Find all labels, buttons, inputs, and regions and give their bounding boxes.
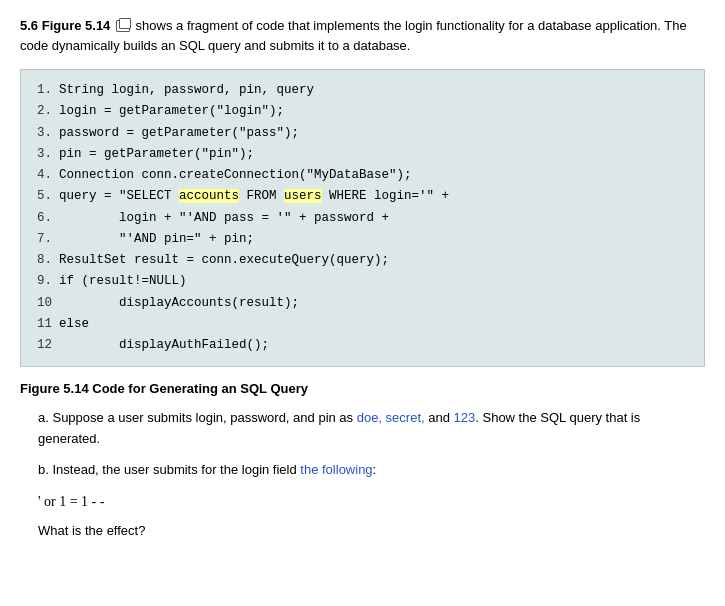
figure-ref: Figure 5.14: [42, 18, 111, 33]
intro-paragraph: 5.6 Figure 5.14 shows a fragment of code…: [20, 16, 705, 55]
code-line-8: 8. ResultSet result = conn.executeQuery(…: [37, 250, 688, 271]
question-b-text: Instead, the user submits for the login …: [52, 462, 376, 477]
code-line-9: 9. if (result!=NULL): [37, 271, 688, 292]
line-number: 3.: [37, 144, 55, 165]
question-b: b. Instead, the user submits for the log…: [20, 460, 705, 481]
code-line-3a: 3. password = getParameter("pass");: [37, 123, 688, 144]
code-line-3b: 3. pin = getParameter("pin");: [37, 144, 688, 165]
math-text: ' or 1 = 1 - -: [38, 494, 104, 509]
code-line-1: 1. String login, password, pin, query: [37, 80, 688, 101]
line-number: 3.: [37, 123, 55, 144]
code-content: Connection conn.createConnection("MyData…: [59, 165, 412, 186]
code-block: 1. String login, password, pin, query 2.…: [20, 69, 705, 367]
question-a-label: a.: [38, 410, 52, 425]
code-line-5: 5. query = "SELECT accounts FROM users W…: [37, 186, 688, 207]
code-line-7: 7. "'AND pin=" + pin;: [37, 229, 688, 250]
line-number: 6.: [37, 208, 55, 229]
code-content: login + "'AND pass = '" + password +: [59, 208, 389, 229]
code-content: login = getParameter("login");: [59, 101, 284, 122]
code-content: displayAuthFailed();: [59, 335, 269, 356]
code-content: displayAccounts(result);: [59, 293, 299, 314]
highlight-users: users: [284, 189, 322, 203]
line-number: 5.: [37, 186, 55, 207]
code-content: else: [59, 314, 89, 335]
highlight-accounts: accounts: [179, 189, 239, 203]
line-number: 2.: [37, 101, 55, 122]
code-line-10: 10 displayAccounts(result);: [37, 293, 688, 314]
code-line-11: 11 else: [37, 314, 688, 335]
line-number: 10: [37, 293, 55, 314]
code-line-4: 4. Connection conn.createConnection("MyD…: [37, 165, 688, 186]
what-effect-text: What is the effect?: [38, 521, 705, 542]
line-number: 7.: [37, 229, 55, 250]
line-number: 9.: [37, 271, 55, 292]
code-content: if (result!=NULL): [59, 271, 187, 292]
math-expression: ' or 1 = 1 - -: [38, 491, 705, 513]
line-number: 1.: [37, 80, 55, 101]
copy-icon[interactable]: [116, 20, 130, 32]
code-line-6: 6. login + "'AND pass = '" + password +: [37, 208, 688, 229]
code-content: "'AND pin=" + pin;: [59, 229, 254, 250]
section-number: 5.6: [20, 18, 38, 33]
code-content: query = "SELECT accounts FROM users WHER…: [59, 186, 449, 207]
code-content: String login, password, pin, query: [59, 80, 314, 101]
figure-caption: Figure 5.14 Code for Generating an SQL Q…: [20, 381, 705, 396]
line-number: 11: [37, 314, 55, 335]
question-b-label: b.: [38, 462, 52, 477]
question-a: a. Suppose a user submits login, passwor…: [20, 408, 705, 450]
code-content: password = getParameter("pass");: [59, 123, 299, 144]
line-number: 12: [37, 335, 55, 356]
code-content: ResultSet result = conn.executeQuery(que…: [59, 250, 389, 271]
line-number: 4.: [37, 165, 55, 186]
questions-section: a. Suppose a user submits login, passwor…: [20, 408, 705, 542]
code-content: pin = getParameter("pin");: [59, 144, 254, 165]
code-line-2: 2. login = getParameter("login");: [37, 101, 688, 122]
line-number: 8.: [37, 250, 55, 271]
question-a-text: Suppose a user submits login, password, …: [38, 410, 640, 446]
code-line-12: 12 displayAuthFailed();: [37, 335, 688, 356]
